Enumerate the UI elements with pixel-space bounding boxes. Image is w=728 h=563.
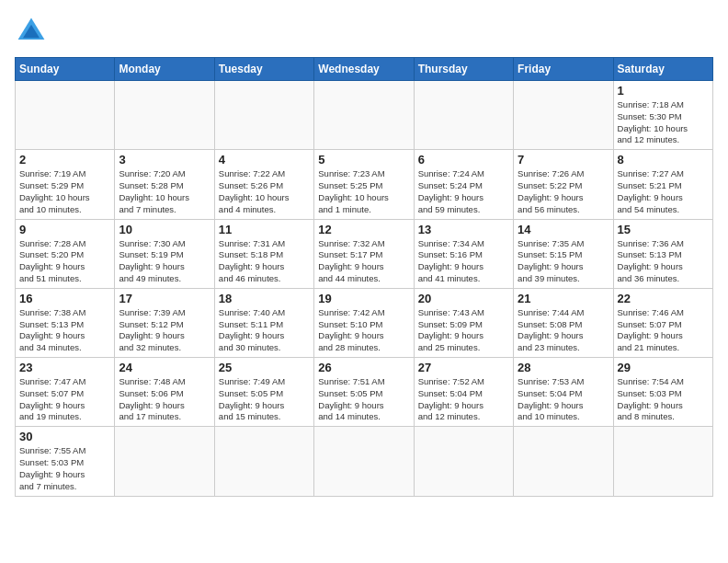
calendar-cell: 8Sunrise: 7:27 AM Sunset: 5:21 PM Daylig… (613, 150, 712, 219)
day-number: 11 (219, 223, 310, 236)
calendar-cell: 6Sunrise: 7:24 AM Sunset: 5:24 PM Daylig… (414, 150, 513, 219)
day-number: 26 (318, 361, 409, 374)
day-number: 25 (219, 361, 310, 374)
calendar-cell: 19Sunrise: 7:42 AM Sunset: 5:10 PM Dayli… (314, 288, 414, 357)
day-info: Sunrise: 7:38 AM Sunset: 5:13 PM Dayligh… (19, 307, 110, 354)
day-info: Sunrise: 7:34 AM Sunset: 5:16 PM Dayligh… (418, 238, 509, 285)
day-number: 27 (418, 361, 509, 374)
day-info: Sunrise: 7:35 AM Sunset: 5:15 PM Dayligh… (518, 238, 609, 285)
calendar-cell: 21Sunrise: 7:44 AM Sunset: 5:08 PM Dayli… (514, 288, 613, 357)
day-number: 29 (618, 361, 709, 374)
day-number: 18 (219, 292, 310, 305)
weekday-header-saturday: Saturday (613, 58, 712, 81)
calendar-cell: 20Sunrise: 7:43 AM Sunset: 5:09 PM Dayli… (414, 288, 513, 357)
day-info: Sunrise: 7:39 AM Sunset: 5:12 PM Dayligh… (119, 307, 210, 354)
calendar-cell (314, 81, 414, 150)
calendar-week-6: 30Sunrise: 7:55 AM Sunset: 5:03 PM Dayli… (16, 427, 713, 496)
day-number: 17 (119, 292, 210, 305)
calendar-cell (115, 81, 214, 150)
day-info: Sunrise: 7:46 AM Sunset: 5:07 PM Dayligh… (618, 307, 709, 354)
calendar-cell: 24Sunrise: 7:48 AM Sunset: 5:06 PM Dayli… (115, 358, 214, 427)
day-info: Sunrise: 7:18 AM Sunset: 5:30 PM Dayligh… (618, 99, 709, 146)
day-number: 20 (418, 292, 509, 305)
calendar-cell: 3Sunrise: 7:20 AM Sunset: 5:28 PM Daylig… (115, 150, 214, 219)
calendar-week-2: 2Sunrise: 7:19 AM Sunset: 5:29 PM Daylig… (16, 150, 713, 219)
day-number: 13 (418, 223, 509, 236)
calendar-week-1: 1Sunrise: 7:18 AM Sunset: 5:30 PM Daylig… (16, 81, 713, 150)
calendar-cell (514, 81, 613, 150)
calendar-cell: 11Sunrise: 7:31 AM Sunset: 5:18 PM Dayli… (214, 219, 313, 288)
logo-icon (15, 15, 48, 48)
day-info: Sunrise: 7:40 AM Sunset: 5:11 PM Dayligh… (219, 307, 310, 354)
day-number: 22 (618, 292, 709, 305)
calendar-cell: 18Sunrise: 7:40 AM Sunset: 5:11 PM Dayli… (214, 288, 313, 357)
day-info: Sunrise: 7:24 AM Sunset: 5:24 PM Dayligh… (418, 168, 509, 215)
calendar-cell (115, 427, 214, 496)
day-info: Sunrise: 7:51 AM Sunset: 5:05 PM Dayligh… (318, 376, 409, 423)
calendar-cell: 1Sunrise: 7:18 AM Sunset: 5:30 PM Daylig… (613, 81, 712, 150)
calendar-week-3: 9Sunrise: 7:28 AM Sunset: 5:20 PM Daylig… (16, 219, 713, 288)
day-number: 5 (318, 153, 409, 167)
day-number: 3 (119, 153, 210, 167)
day-number: 28 (518, 361, 609, 374)
weekday-header-friday: Friday (514, 58, 613, 81)
calendar-cell: 23Sunrise: 7:47 AM Sunset: 5:07 PM Dayli… (16, 358, 115, 427)
day-number: 9 (19, 223, 110, 236)
calendar-cell (314, 427, 414, 496)
calendar-cell: 13Sunrise: 7:34 AM Sunset: 5:16 PM Dayli… (414, 219, 513, 288)
calendar-cell: 2Sunrise: 7:19 AM Sunset: 5:29 PM Daylig… (16, 150, 115, 219)
weekday-header-thursday: Thursday (414, 58, 513, 81)
day-number: 30 (19, 430, 110, 443)
weekday-header-sunday: Sunday (16, 58, 115, 81)
day-number: 19 (318, 292, 409, 305)
day-info: Sunrise: 7:23 AM Sunset: 5:25 PM Dayligh… (318, 168, 409, 215)
calendar-cell: 26Sunrise: 7:51 AM Sunset: 5:05 PM Dayli… (314, 358, 414, 427)
day-info: Sunrise: 7:30 AM Sunset: 5:19 PM Dayligh… (119, 238, 210, 285)
day-number: 1 (618, 84, 709, 98)
calendar-cell (214, 81, 313, 150)
calendar-cell (414, 427, 513, 496)
calendar-cell: 5Sunrise: 7:23 AM Sunset: 5:25 PM Daylig… (314, 150, 414, 219)
day-info: Sunrise: 7:31 AM Sunset: 5:18 PM Dayligh… (219, 238, 310, 285)
day-number: 16 (19, 292, 110, 305)
day-number: 14 (518, 223, 609, 236)
calendar-cell (613, 427, 712, 496)
calendar-cell: 7Sunrise: 7:26 AM Sunset: 5:22 PM Daylig… (514, 150, 613, 219)
day-info: Sunrise: 7:54 AM Sunset: 5:03 PM Dayligh… (618, 376, 709, 423)
calendar-cell: 10Sunrise: 7:30 AM Sunset: 5:19 PM Dayli… (115, 219, 214, 288)
day-number: 4 (219, 153, 310, 167)
day-info: Sunrise: 7:52 AM Sunset: 5:04 PM Dayligh… (418, 376, 509, 423)
calendar-cell: 17Sunrise: 7:39 AM Sunset: 5:12 PM Dayli… (115, 288, 214, 357)
day-number: 6 (418, 153, 509, 167)
day-info: Sunrise: 7:36 AM Sunset: 5:13 PM Dayligh… (618, 238, 709, 285)
day-number: 2 (19, 153, 110, 167)
day-info: Sunrise: 7:42 AM Sunset: 5:10 PM Dayligh… (318, 307, 409, 354)
day-number: 8 (618, 153, 709, 167)
day-info: Sunrise: 7:48 AM Sunset: 5:06 PM Dayligh… (119, 376, 210, 423)
calendar-cell: 16Sunrise: 7:38 AM Sunset: 5:13 PM Dayli… (16, 288, 115, 357)
day-number: 10 (119, 223, 210, 236)
day-info: Sunrise: 7:26 AM Sunset: 5:22 PM Dayligh… (518, 168, 609, 215)
calendar-cell: 25Sunrise: 7:49 AM Sunset: 5:05 PM Dayli… (214, 358, 313, 427)
calendar-cell (414, 81, 513, 150)
day-info: Sunrise: 7:22 AM Sunset: 5:26 PM Dayligh… (219, 168, 310, 215)
day-number: 12 (318, 223, 409, 236)
weekday-header-wednesday: Wednesday (314, 58, 414, 81)
calendar-cell: 14Sunrise: 7:35 AM Sunset: 5:15 PM Dayli… (514, 219, 613, 288)
calendar-cell: 28Sunrise: 7:53 AM Sunset: 5:04 PM Dayli… (514, 358, 613, 427)
calendar-cell: 4Sunrise: 7:22 AM Sunset: 5:26 PM Daylig… (214, 150, 313, 219)
day-info: Sunrise: 7:49 AM Sunset: 5:05 PM Dayligh… (219, 376, 310, 423)
calendar-cell: 15Sunrise: 7:36 AM Sunset: 5:13 PM Dayli… (613, 219, 712, 288)
day-info: Sunrise: 7:47 AM Sunset: 5:07 PM Dayligh… (19, 376, 110, 423)
calendar-cell: 27Sunrise: 7:52 AM Sunset: 5:04 PM Dayli… (414, 358, 513, 427)
calendar-week-4: 16Sunrise: 7:38 AM Sunset: 5:13 PM Dayli… (16, 288, 713, 357)
calendar-cell: 22Sunrise: 7:46 AM Sunset: 5:07 PM Dayli… (613, 288, 712, 357)
day-number: 15 (618, 223, 709, 236)
calendar-week-5: 23Sunrise: 7:47 AM Sunset: 5:07 PM Dayli… (16, 358, 713, 427)
day-info: Sunrise: 7:44 AM Sunset: 5:08 PM Dayligh… (518, 307, 609, 354)
day-info: Sunrise: 7:55 AM Sunset: 5:03 PM Dayligh… (19, 445, 110, 492)
logo (15, 15, 51, 48)
calendar-cell: 30Sunrise: 7:55 AM Sunset: 5:03 PM Dayli… (16, 427, 115, 496)
day-info: Sunrise: 7:43 AM Sunset: 5:09 PM Dayligh… (418, 307, 509, 354)
weekday-header-monday: Monday (115, 58, 214, 81)
